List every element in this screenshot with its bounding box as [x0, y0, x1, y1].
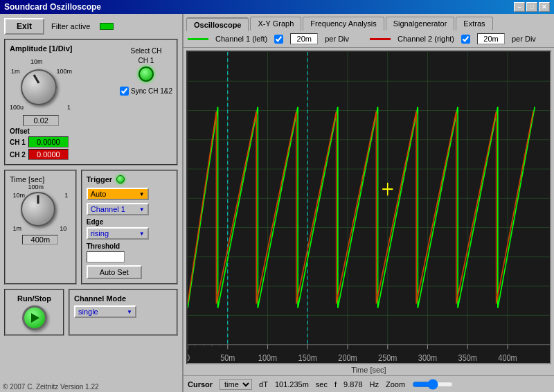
trigger-section: Trigger Auto ▼ Channel 1 ▼ Edge rising ▼ [81, 170, 178, 285]
channel-mode-label: single [78, 308, 98, 316]
time-title: Time [sec] [10, 175, 71, 184]
close-button[interactable]: ✕ [539, 2, 550, 12]
channel-row: Channel 1 (left) per Div Channel 2 (righ… [184, 30, 554, 48]
f-value: 9.878 [343, 380, 363, 389]
ch2-offset-row: CH 2 [10, 149, 172, 160]
bottom-left: Run/Stop Channel Mode single ▼ [4, 289, 178, 336]
amplitude-title: Amplitude [1/Div] [10, 44, 72, 53]
f-unit: Hz [370, 380, 379, 389]
ch1-channel-label: Channel 1 (left) [215, 35, 267, 43]
ch2-checkbox[interactable] [461, 35, 470, 44]
ch2-offset-input[interactable] [28, 149, 69, 160]
trigger-channel-dropdown[interactable]: Channel 1 ▼ [87, 203, 149, 215]
edge-label: Edge [87, 218, 172, 226]
time-label-10: 10 [60, 225, 66, 232]
tab-signalgenerator[interactable]: Signalgenerator [386, 17, 455, 30]
ch2-per-div-input[interactable] [477, 33, 505, 44]
tab-oscilloscope[interactable]: Oscilloscope [186, 17, 249, 31]
ch1-offset-row: CH 1 [10, 136, 172, 148]
time-value-input[interactable] [22, 235, 58, 244]
amp-label-100u: 100u [10, 104, 24, 111]
channel-mode-arrow: ▼ [127, 309, 132, 315]
threshold-input[interactable]: 0.01 [87, 251, 125, 262]
ch1-per-div-label: per Div [325, 35, 349, 43]
amp-label-10m: 10m [30, 58, 43, 65]
ch2-channel-label: Channel 2 (right) [397, 35, 454, 43]
ch1-per-div-input[interactable] [290, 33, 318, 44]
ch1-led [138, 66, 154, 82]
app-title: Soundcard Oszilloscope [4, 2, 101, 12]
time-section: Time [sec] 100m 10m 1 1m 10 [4, 170, 77, 285]
minimize-button[interactable]: – [514, 2, 525, 12]
trigger-mode-dropdown[interactable]: Auto ▼ [87, 188, 149, 200]
trigger-led [116, 175, 125, 184]
sync-checkbox[interactable] [120, 87, 129, 96]
offset-label: Offset [10, 127, 172, 135]
tabs-row: Oscilloscope X-Y Graph Frequency Analysi… [184, 14, 554, 30]
tab-extras[interactable]: Extras [456, 17, 492, 30]
amplitude-value-input[interactable]: 0.02 [23, 115, 59, 126]
zoom-slider[interactable] [412, 379, 454, 390]
scope-display: 0 50m 100m 150m 200m 250m 300m 350m 400m [186, 51, 551, 364]
trigger-mode-arrow: ▼ [139, 191, 145, 197]
scope-grid: 0 50m 100m 150m 200m 250m 300m 350m 400m [188, 52, 550, 363]
ch1-offset-input[interactable] [28, 136, 69, 148]
channel-mode-dropdown[interactable]: single ▼ [74, 305, 136, 318]
ch1-label: CH 1 [138, 57, 154, 64]
svg-text:50m: 50m [220, 353, 235, 363]
run-stop-section: Run/Stop [4, 289, 64, 336]
amp-label-1m: 1m [11, 68, 20, 75]
ch2-line-indicator [370, 38, 391, 40]
svg-rect-0 [188, 52, 550, 363]
run-stop-button[interactable] [22, 305, 47, 330]
run-stop-title: Run/Stop [17, 294, 51, 303]
trigger-channel-arrow: ▼ [139, 206, 145, 213]
time-knob-area: 100m 10m 1 1m 10 [12, 184, 68, 233]
exit-row: Exit Filter active [4, 18, 178, 35]
svg-text:200m: 200m [338, 353, 357, 363]
cursor-label: Cursor [188, 380, 213, 389]
time-knob[interactable] [21, 192, 55, 226]
ch1-checkbox[interactable] [274, 35, 283, 44]
filter-label: Filter active [51, 22, 90, 30]
trigger-edge-dropdown[interactable]: rising ▼ [87, 227, 149, 240]
right-panel: Oscilloscope X-Y Graph Frequency Analysi… [184, 14, 554, 392]
select-ch-label: Select CH [130, 47, 161, 55]
trigger-edge-arrow: ▼ [139, 231, 145, 237]
tab-frequency-analysis[interactable]: Frequency Analysis [303, 17, 384, 30]
exit-button[interactable]: Exit [4, 18, 44, 35]
ch2-offset-label: CH 2 [10, 151, 26, 159]
copyright: © 2007 C. Zeitnitz Version 1.22 [3, 383, 99, 391]
cursor-mode-select[interactable]: time [220, 379, 252, 390]
svg-text:400m: 400m [498, 353, 517, 363]
x-axis-label: Time [sec] [186, 366, 551, 374]
channel-mode-section: Channel Mode single ▼ [69, 289, 178, 336]
svg-text:300m: 300m [418, 353, 437, 363]
amplitude-knob[interactable] [21, 69, 57, 105]
time-label-10m: 10m [12, 192, 25, 199]
time-label-1: 1 [64, 192, 68, 199]
trigger-edge-label: rising [91, 229, 109, 238]
autoset-button[interactable]: Auto Set [87, 265, 142, 279]
amp-label-1: 1 [67, 104, 71, 111]
maximize-button[interactable]: □ [526, 2, 537, 12]
f-label: f [334, 380, 337, 389]
amplitude-section: Amplitude [1/Div] 10m 1m 100m 100u 1 [4, 39, 178, 166]
sync-row: Sync CH 1&2 [120, 87, 172, 96]
time-label-100m: 100m [28, 184, 44, 190]
middle-section: Time [sec] 100m 10m 1 1m 10 Trigger [4, 170, 178, 285]
svg-text:0: 0 [188, 353, 190, 363]
svg-text:100m: 100m [258, 353, 277, 363]
amp-label-100m: 100m [56, 68, 72, 75]
zoom-label: Zoom [386, 380, 405, 389]
tab-xy-graph[interactable]: X-Y Graph [250, 17, 301, 30]
left-panel: Exit Filter active Amplitude [1/Div] 10m… [0, 14, 184, 392]
trigger-mode-label: Auto [91, 190, 107, 198]
play-icon [31, 313, 39, 323]
ch1-offset-label: CH 1 [10, 139, 26, 146]
window-controls: – □ ✕ [514, 2, 550, 12]
dt-label: dT [259, 380, 268, 389]
filter-led [100, 23, 114, 30]
offset-area: Offset CH 1 CH 2 [10, 127, 172, 160]
threshold-label: Threshold [87, 242, 172, 250]
